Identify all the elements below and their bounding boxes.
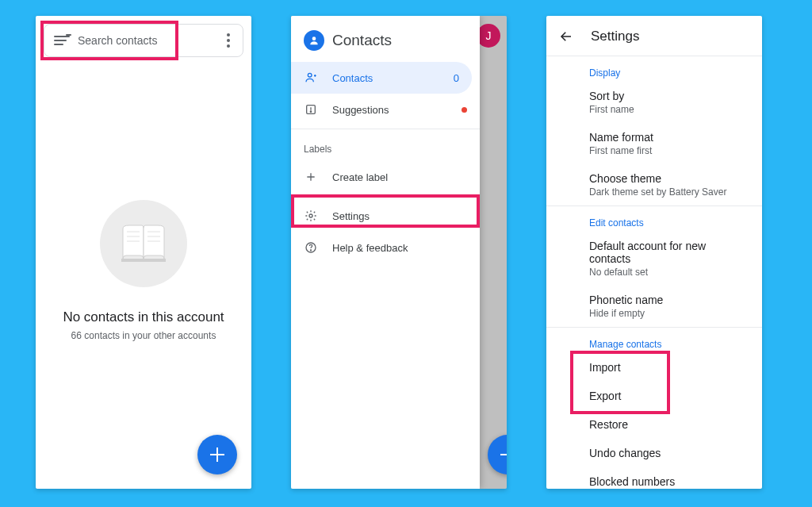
setting-export[interactable]: Export: [546, 382, 762, 410]
nav-drawer: Contacts Contacts 0 Suggestions Labels C…: [291, 16, 480, 489]
setting-default-account[interactable]: Default account for new contacts No defa…: [546, 232, 762, 286]
notification-dot-icon: [462, 107, 467, 113]
svg-point-6: [312, 36, 316, 40]
setting-value: First name first: [589, 145, 749, 156]
section-manage: Manage contacts: [546, 328, 762, 353]
setting-title: Undo changes: [589, 447, 749, 459]
setting-theme[interactable]: Choose theme Dark theme set by Battery S…: [546, 164, 762, 205]
gear-icon: [304, 209, 318, 223]
setting-title: Export: [589, 390, 749, 402]
svg-point-7: [308, 73, 312, 77]
plus-icon: [304, 170, 318, 184]
svg-point-14: [309, 214, 312, 217]
setting-title: Name format: [589, 131, 749, 144]
setting-title: Blocked numbers: [589, 475, 749, 488]
setting-title: Phonetic name: [589, 294, 749, 306]
section-display: Display: [546, 56, 762, 82]
avatar[interactable]: J: [477, 24, 500, 48]
setting-sort-by[interactable]: Sort by First name: [546, 82, 762, 123]
empty-subtitle: 66 contacts in your other accounts: [71, 330, 216, 341]
svg-point-16: [310, 250, 311, 251]
labels-header: Labels: [291, 133, 480, 161]
book-icon: [100, 200, 187, 287]
setting-restore[interactable]: Restore: [546, 410, 762, 439]
screen-nav-drawer: J Contacts Contacts 0 Suggestions Labels: [291, 16, 507, 489]
setting-import[interactable]: Import: [546, 353, 762, 382]
nav-item-contacts[interactable]: Contacts 0: [291, 62, 472, 94]
more-icon[interactable]: [219, 33, 238, 48]
svg-point-11: [310, 111, 311, 112]
setting-value: First name: [589, 104, 749, 115]
empty-state: No contacts in this account 66 contacts …: [36, 200, 251, 341]
empty-title: No contacts in this account: [63, 309, 224, 325]
setting-blocked[interactable]: Blocked numbers: [546, 467, 762, 489]
back-arrow-icon[interactable]: [559, 29, 573, 44]
section-edit: Edit contacts: [546, 206, 762, 232]
nav-item-help[interactable]: Help & feedback: [291, 232, 480, 263]
nav-item-settings[interactable]: Settings: [291, 200, 480, 232]
drawer-header: Contacts: [291, 16, 480, 62]
search-placeholder: Search contacts: [78, 34, 219, 47]
nav-label: Suggestions: [332, 104, 389, 116]
nav-item-create-label[interactable]: Create label: [291, 161, 480, 193]
divider: [291, 196, 480, 197]
setting-title: Default account for new contacts: [589, 240, 749, 265]
nav-label: Settings: [332, 210, 370, 222]
setting-phonetic[interactable]: Phonetic name Hide if empty: [546, 286, 762, 327]
search-bar[interactable]: Search contacts: [44, 24, 243, 57]
help-icon: [304, 240, 318, 255]
divider: [291, 129, 480, 129]
nav-label: Create label: [332, 171, 388, 183]
contacts-logo-icon: [304, 30, 324, 51]
contacts-count: 0: [454, 72, 459, 84]
setting-title: Sort by: [589, 90, 749, 102]
setting-undo[interactable]: Undo changes: [546, 439, 762, 467]
setting-title: Choose theme: [589, 172, 749, 185]
nav-item-suggestions[interactable]: Suggestions: [291, 94, 480, 125]
screen-settings: Settings Display Sort by First name Name…: [546, 16, 762, 489]
person-icon: [304, 71, 318, 85]
setting-title: Import: [589, 361, 749, 374]
drawer-title: Contacts: [332, 32, 392, 49]
setting-value: No default set: [589, 267, 749, 278]
suggestions-icon: [304, 102, 318, 117]
setting-value: Dark theme set by Battery Saver: [589, 186, 749, 198]
setting-value: Hide if empty: [589, 308, 749, 319]
setting-name-format[interactable]: Name format First name first: [546, 123, 762, 164]
nav-label: Contacts: [332, 72, 373, 84]
settings-title: Settings: [591, 29, 639, 44]
setting-title: Restore: [589, 418, 749, 431]
hamburger-icon[interactable]: [54, 36, 70, 45]
screen-contacts-empty: Search contacts No contacts in this acco…: [36, 16, 251, 489]
nav-label: Help & feedback: [332, 242, 408, 254]
add-contact-fab[interactable]: [197, 435, 237, 474]
settings-header: Settings: [546, 16, 762, 56]
